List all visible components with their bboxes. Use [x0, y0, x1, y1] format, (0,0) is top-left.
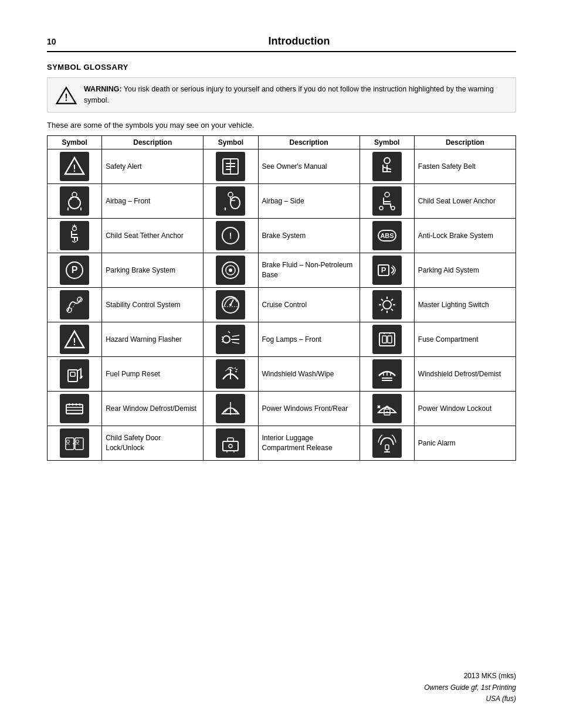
footer-line1: 2013 MKS (mks) [424, 671, 516, 682]
symbol-cell [359, 149, 414, 184]
hazard-warning-icon: ! [60, 325, 89, 354]
owners-manual-icon [216, 152, 245, 181]
abs-icon: ABS [372, 221, 402, 250]
svg-line-44 [391, 309, 393, 311]
symbol-cell [48, 426, 102, 461]
parking-brake-icon: P [60, 256, 89, 285]
symbol-cell [204, 392, 258, 426]
table-row: Airbag – Front Airbag – Side [48, 184, 516, 219]
fuse-compartment-icon [372, 325, 402, 354]
svg-point-82 [67, 440, 70, 443]
symbol-cell [359, 357, 414, 392]
child-seat-tether-icon [60, 221, 89, 250]
desc-cell: Parking Brake System [102, 253, 204, 288]
symbol-cell: ! [204, 219, 258, 253]
symbol-cell [48, 288, 102, 322]
table-row: ! Safety Alert [48, 149, 516, 184]
svg-point-10 [69, 197, 80, 209]
svg-point-8 [384, 158, 390, 164]
defrost-demist-icon [372, 359, 402, 389]
page-number: 10 [47, 37, 82, 46]
airbag-side-icon [216, 186, 245, 216]
fuel-pump-icon [60, 359, 89, 389]
svg-line-43 [381, 299, 383, 301]
desc-cell: Panic Alarm [414, 426, 515, 461]
symbol-cell [48, 357, 102, 392]
svg-point-16 [385, 192, 389, 197]
col-header-sym3: Symbol [359, 136, 414, 149]
desc-cell: Rear Window Defrost/Demist [102, 392, 204, 426]
desc-cell: Fuse Compartment [414, 322, 515, 357]
col-header-desc1: Description [102, 136, 204, 149]
fog-lamps-icon [216, 325, 245, 354]
table-row: P Parking Brake System Brake Fluid – Non [48, 253, 516, 288]
svg-rect-57 [382, 336, 386, 343]
table-row: Rear Window Defrost/Demist Power Windows… [48, 392, 516, 426]
svg-text:!: ! [73, 164, 76, 174]
table-row: Stability Control System Cruise Control [48, 288, 516, 322]
rear-defrost-icon [60, 394, 89, 423]
col-header-desc3: Description [414, 136, 515, 149]
symbol-cell [359, 288, 414, 322]
table-row: Child Safety Door Lock/Unlock Interior L… [48, 426, 516, 461]
window-lockout-icon [372, 394, 402, 423]
desc-cell: Windshield Wash/Wipe [258, 357, 359, 392]
col-header-desc2: Description [258, 136, 359, 149]
intro-text: These are some of the symbols you may se… [47, 121, 516, 130]
cruise-control-icon [216, 290, 245, 319]
svg-text:!: ! [73, 337, 76, 347]
stability-icon [60, 290, 89, 319]
footer-line3: USA (fus) [424, 693, 516, 705]
desc-cell: Cruise Control [258, 288, 359, 322]
power-windows-icon [216, 394, 245, 423]
svg-point-38 [383, 301, 391, 309]
airbag-front-icon [60, 186, 89, 216]
svg-point-9 [72, 192, 77, 197]
desc-cell: Airbag – Side [258, 184, 359, 219]
symbol-cell [48, 184, 102, 219]
fasten-belt-icon [372, 152, 402, 181]
symbol-cell [204, 149, 258, 184]
svg-rect-62 [70, 372, 75, 376]
symbol-cell: P [48, 253, 102, 288]
symbol-cell [204, 357, 258, 392]
svg-point-36 [229, 304, 232, 306]
parking-aid-icon: P [372, 256, 402, 285]
desc-cell: Brake Fluid – Non-Petroleum Base [258, 253, 359, 288]
desc-cell: Power Window Lockout [414, 392, 515, 426]
desc-cell: Brake System [258, 219, 359, 253]
symbol-cell [359, 392, 414, 426]
desc-cell: Safety Alert [102, 149, 204, 184]
safety-alert-icon: ! [60, 152, 89, 181]
table-row: Child Seat Tether Anchor ! Brake System [48, 219, 516, 253]
svg-point-29 [229, 268, 232, 272]
desc-cell: See Owner's Manual [258, 149, 359, 184]
svg-line-51 [232, 335, 239, 336]
symbol-cell [204, 253, 258, 288]
svg-rect-58 [388, 336, 392, 343]
svg-line-46 [381, 309, 383, 311]
desc-cell: Interior Luggage Compartment Release [258, 426, 359, 461]
svg-text:P: P [381, 266, 386, 274]
svg-line-65 [235, 368, 236, 369]
desc-cell: Fog Lamps – Front [258, 322, 359, 357]
desc-cell: Windshield Defrost/Demist [414, 357, 515, 392]
footer-model: 2013 MKS (mks) [424, 671, 516, 682]
col-header-sym1: Symbol [48, 136, 102, 149]
symbol-cell [204, 426, 258, 461]
svg-point-13 [228, 192, 233, 197]
symbol-cell [48, 392, 102, 426]
symbol-cell: ! [48, 322, 102, 357]
page-footer: 2013 MKS (mks) Owners Guide gf, 1st Prin… [424, 671, 516, 705]
symbol-cell: P [359, 253, 414, 288]
desc-cell: Hazard Warning Flasher [102, 322, 204, 357]
svg-rect-86 [223, 441, 238, 451]
svg-text:P: P [72, 265, 78, 275]
section-title: SYMBOL GLOSSARY [47, 63, 516, 72]
warning-box: ! WARNING: You risk death or serious inj… [47, 77, 516, 113]
symbol-cell [204, 322, 258, 357]
symbol-cell [359, 322, 414, 357]
svg-rect-90 [385, 445, 389, 450]
child-door-icon [60, 428, 89, 458]
brake-system-icon: ! [216, 221, 245, 250]
